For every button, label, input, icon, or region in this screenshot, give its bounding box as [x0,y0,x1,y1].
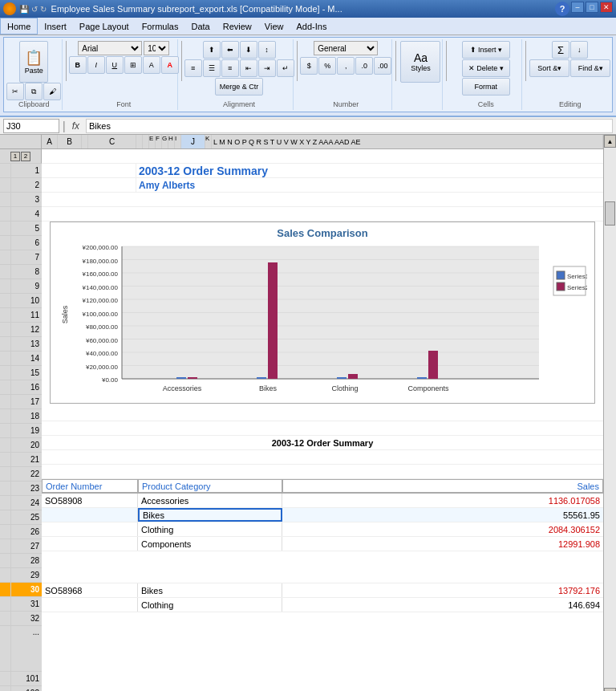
menu-review[interactable]: Review [217,18,258,35]
svg-rect-29 [268,262,278,379]
percent-button[interactable]: % [318,57,336,75]
underline-button[interactable]: U [106,56,124,74]
row-24 [42,421,603,436]
menu-data[interactable]: Data [184,18,216,35]
chart-container: Sales Comparison [50,222,595,404]
format-button[interactable]: Format [462,78,510,96]
fill-button[interactable]: ↓ [570,41,588,59]
svg-text:Series1: Series1 [567,273,587,280]
menu-insert[interactable]: Insert [38,18,73,35]
svg-rect-27 [188,377,197,379]
ribbon-content: 📋 Paste ✂ ⧉ 🖌 Clipboard Arial 10 [3,37,613,112]
sort-filter-button[interactable]: Sort &▾ [529,59,569,77]
window-controls: ? – □ ✕ [555,2,613,16]
sep3 [297,41,298,81]
scroll-up-btn[interactable]: ▲ [604,135,616,148]
row-4 [42,193,603,207]
cells-label: Cells [478,100,494,108]
align-bottom-button[interactable]: ⬇ [240,41,257,59]
col-header-cd [82,135,88,148]
left-margin: 1 2 1 2 3 4 [0,135,42,691]
report-title: 2003-12 Order Summary [136,164,268,177]
outline-level-2[interactable]: 2 [21,152,30,161]
help-button[interactable]: ? [555,2,569,16]
align-middle-button[interactable]: ⬅ [221,41,239,59]
font-family-select[interactable]: Arial [78,41,142,55]
name-box[interactable] [3,119,59,133]
formula-input[interactable] [86,119,613,133]
italic-button[interactable]: I [87,56,105,74]
fill-color-button[interactable]: A [143,56,160,74]
row-num-1: 1 [0,164,42,178]
increase-decimal-button[interactable]: .00 [374,57,391,75]
row-23 [42,407,603,421]
font-label: Font [116,100,131,108]
find-select-button[interactable]: Find &▾ [570,59,610,77]
outline-level-1[interactable]: 1 [10,152,20,161]
text-direction-button[interactable]: ↕ [258,41,276,59]
grid-body[interactable]: 2003-12 Order Summary Amy Alberts Sales … [42,149,603,691]
menu-view[interactable]: View [258,18,290,35]
svg-text:¥140,000.00: ¥140,000.00 [82,284,119,291]
sep1 [66,41,67,81]
align-right-button[interactable]: ≡ [221,59,239,77]
col-headers: A B C E F G H I J K L M N O P Q R S T U … [42,135,603,149]
quick-access: 💾 ↺ ↻ [19,5,47,14]
col-header-a: A [42,135,58,148]
sep2 [181,41,182,81]
currency-button[interactable]: $ [300,57,318,75]
title-bar: 💾 ↺ ↻ Employee Sales Summary subreport_e… [0,0,616,18]
copy-button[interactable]: ⧉ [25,83,43,100]
delete-button[interactable]: ✕ Delete ▾ [462,59,510,77]
row-num-101: 101 [0,672,42,686]
row-101: SO58968 Bikes 13792.176 [42,583,603,598]
close-button[interactable]: ✕ [600,2,613,13]
decrease-decimal-button[interactable]: .0 [355,57,373,75]
comma-button[interactable]: , [337,57,355,75]
collapsed-rows [42,551,603,583]
row-25: 2003-12 Order Summary [42,436,603,450]
number-label: Number [333,100,359,108]
align-center-button[interactable]: ☰ [203,59,221,77]
paste-button[interactable]: 📋 Paste [19,41,48,83]
svg-text:Components: Components [407,384,449,392]
menu-addins[interactable]: Add-Ins [290,18,333,35]
autosum-button[interactable]: Σ [552,41,569,59]
col-header-j: J [181,135,205,148]
menu-page-layout[interactable]: Page Layout [73,18,136,35]
align-left-button[interactable]: ≡ [184,59,202,77]
bold-button[interactable]: B [69,56,87,74]
increase-indent-button[interactable]: ⇥ [258,59,276,77]
insert-button[interactable]: ⬆ Insert ▾ [462,41,510,59]
row-num-31: 31 [0,597,42,612]
svg-text:Accessories: Accessories [163,384,202,392]
cut-button[interactable]: ✂ [6,83,24,100]
chart-svg: ¥200,000.00 ¥180,000.00 ¥160,000.00 ¥140… [58,242,587,403]
menu-home[interactable]: Home [0,18,38,35]
merge-center-button[interactable]: Merge & Ctr [215,78,263,96]
cell-sales-13792: 13792.176 [282,583,603,597]
align-top-button[interactable]: ⬆ [203,41,221,59]
svg-text:¥0.00: ¥0.00 [101,376,119,384]
paste-icon: 📋 [25,49,43,67]
decrease-indent-button[interactable]: ⇤ [240,59,257,77]
formula-bar-separator: | [63,120,66,132]
cell-order-so58908: SO58908 [42,494,138,507]
minimize-button[interactable]: – [571,2,584,13]
v-scroll-track[interactable] [604,148,616,688]
v-scrollbar[interactable]: ▲ ▼ [603,135,616,691]
border-button[interactable]: ⊞ [124,56,142,74]
font-size-select[interactable]: 10 [144,41,169,55]
number-format-select[interactable]: General [314,41,378,55]
styles-button[interactable]: Aa Styles [400,41,440,83]
row-2: 2003-12 Order Summary [42,164,603,178]
v-scroll-thumb[interactable] [605,201,615,226]
format-painter-button[interactable]: 🖌 [43,83,61,100]
col-header-c: C [88,135,136,148]
font-color-button[interactable]: A [161,56,179,74]
scroll-down-btn[interactable]: ▼ [604,688,616,691]
wrap-text-button[interactable]: ↵ [277,59,294,77]
header-product-category: Product Category [138,479,282,493]
maximize-button[interactable]: □ [586,2,598,13]
menu-formulas[interactable]: Formulas [136,18,185,35]
